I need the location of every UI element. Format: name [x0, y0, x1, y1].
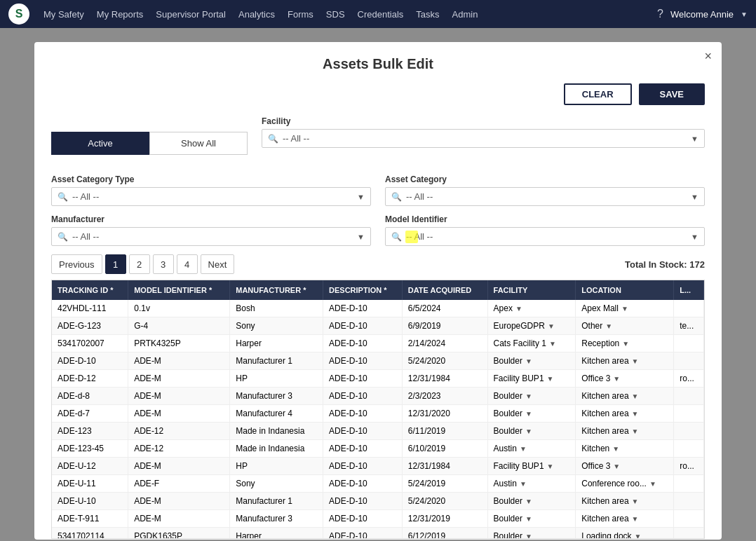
nav-my-reports[interactable]: My Reports	[97, 9, 143, 20]
table-cell	[674, 423, 704, 440]
facility-search-icon: 🔍	[268, 134, 278, 144]
manufacturer-select[interactable]: 🔍 -- All -- ▼	[51, 227, 371, 246]
previous-button[interactable]: Previous	[51, 254, 102, 274]
table-cell: 0.1v	[128, 300, 230, 317]
nav-tasks[interactable]: Tasks	[416, 9, 439, 20]
cell-dropdown-arrow[interactable]: ▼	[605, 322, 612, 330]
model-identifier-filter: Model Identifier 🔍 -- All -- ▼	[385, 214, 705, 246]
nav-credentials[interactable]: Credentials	[358, 9, 404, 20]
cell-dropdown-arrow[interactable]: ▼	[613, 375, 620, 383]
assets-table: TRACKING ID * MODEL IDENTIFIER * MANUFAC…	[52, 280, 704, 539]
cell-dropdown-arrow[interactable]: ▼	[525, 392, 532, 400]
nav-sds[interactable]: SDS	[326, 9, 345, 20]
clear-button[interactable]: CLEAR	[564, 83, 632, 105]
asset-category-type-select[interactable]: 🔍 -- All -- ▼	[51, 187, 371, 206]
action-row: CLEAR SAVE	[51, 83, 705, 105]
cell-dropdown-arrow[interactable]: ▼	[525, 427, 532, 435]
nav-items: My Safety My Reports Supervisor Portal A…	[43, 9, 643, 20]
table-cell	[674, 475, 704, 493]
table-cell: 6/9/2019	[402, 317, 487, 335]
act-search-icon: 🔍	[58, 192, 68, 202]
table-cell: ro...	[674, 370, 704, 388]
table-cell: 2/3/2023	[402, 388, 487, 405]
page-4-button[interactable]: 4	[177, 254, 198, 274]
table-cell: ADE-D-10	[323, 388, 403, 405]
nav-admin[interactable]: Admin	[452, 9, 478, 20]
cell-dropdown-arrow[interactable]: ▼	[621, 305, 628, 313]
asset-category-select[interactable]: 🔍 -- All -- ▼	[385, 187, 705, 206]
mfr-search-icon: 🔍	[58, 232, 68, 242]
toggle-show-all[interactable]: Show All	[149, 132, 248, 155]
table-cell: 12/31/2020	[402, 405, 487, 423]
cell-dropdown-arrow[interactable]: ▼	[632, 498, 639, 505]
table-cell: ADE-M	[128, 352, 230, 370]
page-2-button[interactable]: 2	[129, 254, 150, 274]
table-cell: ADE-D-10	[323, 493, 403, 510]
cell-dropdown-arrow[interactable]: ▼	[515, 305, 522, 313]
cell-dropdown-arrow[interactable]: ▼	[520, 480, 527, 488]
table-cell: ADE-D-10	[323, 405, 403, 423]
table-cell: Facility BUP1▼	[487, 458, 576, 475]
table-cell: Kitchen area▼	[576, 423, 674, 440]
cell-dropdown-arrow[interactable]: ▼	[547, 463, 554, 470]
table-cell: Boulder▼	[487, 528, 576, 540]
top-nav: S My Safety My Reports Supervisor Portal…	[0, 0, 756, 28]
cell-dropdown-arrow[interactable]: ▼	[632, 392, 639, 400]
cell-dropdown-arrow[interactable]: ▼	[635, 533, 642, 540]
next-button[interactable]: Next	[201, 254, 235, 274]
pagination-left: Previous 1 2 3 4 Next	[51, 254, 234, 274]
nav-user-dropdown-arrow[interactable]: ▼	[741, 11, 748, 18]
toggle-active[interactable]: Active	[51, 132, 149, 155]
table-cell: Reception▼	[576, 335, 674, 352]
model-identifier-select[interactable]: 🔍 -- All -- ▼	[385, 227, 705, 246]
cell-dropdown-arrow[interactable]: ▼	[548, 322, 555, 330]
cell-dropdown-arrow[interactable]: ▼	[520, 445, 527, 453]
facility-select[interactable]: 🔍 -- All -- ▼	[262, 129, 705, 148]
table-cell: ADE-U-12	[52, 458, 128, 475]
table-cell: 5341702114	[52, 528, 128, 540]
table-cell: ADE-G-123	[52, 317, 128, 335]
cell-dropdown-arrow[interactable]: ▼	[525, 410, 532, 418]
table-cell: ro...	[674, 458, 704, 475]
save-button[interactable]: SAVE	[639, 83, 705, 105]
pagination-row: Previous 1 2 3 4 Next Total In Stock: 17…	[51, 254, 705, 274]
cell-dropdown-arrow[interactable]: ▼	[622, 340, 629, 348]
cell-dropdown-arrow[interactable]: ▼	[525, 357, 532, 365]
table-row: ADE-d-7ADE-MManufacturer 4ADE-D-1012/31/…	[52, 405, 704, 423]
table-cell: ADE-D-10	[323, 475, 403, 493]
table-cell: Austin▼	[487, 475, 576, 493]
table-cell: 2/14/2024	[402, 335, 487, 352]
table-cell: ADE-T-911	[52, 510, 128, 528]
table-cell: Manufacturer 4	[230, 405, 323, 423]
cell-dropdown-arrow[interactable]: ▼	[632, 410, 639, 418]
table-row: ADE-d-8ADE-MManufacturer 3ADE-D-102/3/20…	[52, 388, 704, 405]
cell-dropdown-arrow[interactable]: ▼	[525, 498, 532, 505]
cell-dropdown-arrow[interactable]: ▼	[525, 515, 532, 523]
nav-my-safety[interactable]: My Safety	[43, 9, 84, 20]
table-cell: ADE-123-45	[52, 440, 128, 458]
page-1-button[interactable]: 1	[105, 254, 126, 274]
nav-supervisor-portal[interactable]: Supervisor Portal	[156, 9, 226, 20]
cell-dropdown-arrow[interactable]: ▼	[632, 357, 639, 365]
cell-dropdown-arrow[interactable]: ▼	[547, 375, 554, 383]
cell-dropdown-arrow[interactable]: ▼	[525, 533, 532, 540]
table-cell: Manufacturer 3	[230, 510, 323, 528]
page-3-button[interactable]: 3	[153, 254, 174, 274]
table-cell: Apex▼	[487, 300, 576, 317]
cell-dropdown-arrow[interactable]: ▼	[632, 515, 639, 523]
nav-forms[interactable]: Forms	[288, 9, 313, 20]
cell-dropdown-arrow[interactable]: ▼	[649, 480, 656, 488]
table-cell: ADE-D-10	[323, 440, 403, 458]
help-icon[interactable]: ?	[657, 8, 663, 20]
table-cell: Austin▼	[487, 440, 576, 458]
cell-dropdown-arrow[interactable]: ▼	[549, 340, 556, 348]
table-cell: HP	[230, 458, 323, 475]
table-cell: PGDK1635P	[128, 528, 230, 540]
cell-dropdown-arrow[interactable]: ▼	[612, 445, 619, 453]
table-cell: 12/31/1984	[402, 458, 487, 475]
modal-close-button[interactable]: ×	[704, 49, 712, 64]
nav-analytics[interactable]: Analytics	[238, 9, 275, 20]
table-cell: ADE-D-10	[323, 458, 403, 475]
cell-dropdown-arrow[interactable]: ▼	[632, 427, 639, 435]
cell-dropdown-arrow[interactable]: ▼	[613, 463, 620, 470]
